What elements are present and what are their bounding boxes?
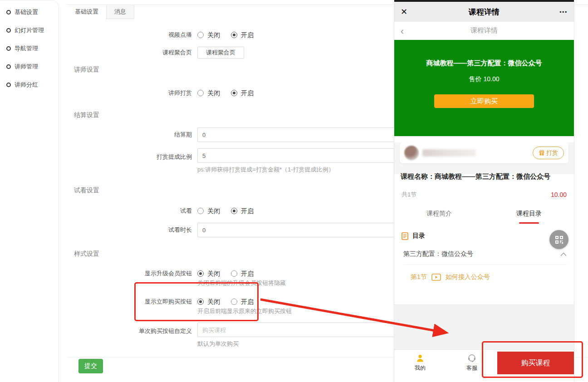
field-label: 讲师打赏 <box>67 88 197 98</box>
radio-on[interactable] <box>231 32 237 38</box>
radio-on[interactable] <box>231 270 237 277</box>
bottom-tab-bar: 我的 客服 购买课程 <box>394 349 574 382</box>
field-label: 试看时长 <box>67 225 197 235</box>
content-gap <box>394 304 574 356</box>
wechat-navbar: ✕ 课程详情 ••• <box>394 2 574 22</box>
field-label: 视频点播 <box>67 30 197 39</box>
sidebar-item-navigation-management[interactable]: 导航管理 <box>0 39 59 58</box>
field-label: 结算期 <box>67 130 197 139</box>
radio-off[interactable] <box>197 32 204 38</box>
chapter-title: 第三方配置：微信公众号 <box>403 250 560 258</box>
radio-off[interactable] <box>197 299 204 305</box>
buy-now-button[interactable]: 立即购买 <box>434 94 534 108</box>
sidebar-item-basic-settings[interactable]: 基础设置 <box>0 3 59 21</box>
sidebar-item-label: 导航管理 <box>15 44 38 53</box>
sidebar-item-label: 幻灯片管理 <box>15 26 44 34</box>
chevron-up-icon <box>560 252 567 256</box>
document-icon <box>402 232 408 240</box>
field-label: 课程聚合页 <box>67 48 197 57</box>
field-label: 单次购买按钮自定义 <box>67 327 197 336</box>
tabbar-item-label: 客服 <box>466 364 477 372</box>
more-icon[interactable]: ••• <box>540 9 568 15</box>
radio-on[interactable] <box>231 299 237 305</box>
headset-icon <box>467 354 476 363</box>
submit-button[interactable]: 提交 <box>78 359 103 373</box>
reward-button[interactable]: 打赏 <box>533 147 564 159</box>
circle-bullet-icon <box>6 64 11 69</box>
field-label: 显示升级会员按钮 <box>67 269 197 278</box>
field-label: 打赏提成比例 <box>67 152 197 162</box>
lesson-count: 共1节 <box>402 191 416 199</box>
aggregate-page-button[interactable]: 课程聚合页 <box>197 47 244 59</box>
course-price: 10.00 <box>551 191 567 198</box>
sidebar-item-label: 讲师分红 <box>15 81 38 89</box>
circle-bullet-icon <box>6 28 11 33</box>
sub-page-title: 课程详情 <box>428 26 540 35</box>
tabbar-item-mine[interactable]: 我的 <box>394 350 446 382</box>
course-name: 课程名称：商城教程——第三方配置：微信公众号 <box>401 172 568 181</box>
course-tabs: 课程简介 课程目录 <box>394 210 574 224</box>
field-label: 试看 <box>67 206 197 215</box>
lesson-row[interactable]: 第1节 如何接入公众号 <box>411 273 574 281</box>
author-card: 打赏 <box>400 142 568 163</box>
active-tab-underline <box>519 222 539 224</box>
radio-off-label[interactable]: 关闭 <box>207 297 220 306</box>
sidebar-item-lecturer-dividend[interactable]: 讲师分红 <box>0 76 59 94</box>
radio-on-label[interactable]: 开启 <box>241 269 254 278</box>
blurred-username <box>422 149 476 157</box>
radio-on-label[interactable]: 开启 <box>241 206 254 215</box>
tab-messages[interactable]: 消息 <box>106 5 134 19</box>
field-label: 显示立即购买按钮 <box>67 297 197 306</box>
qr-code-icon <box>555 235 564 244</box>
course-meta-row: 共1节 10.00 <box>402 191 567 199</box>
radio-on-label[interactable]: 开启 <box>241 88 254 98</box>
banner-price: 售价 10.00 <box>394 75 574 83</box>
radio-off-label[interactable]: 关闭 <box>207 206 220 215</box>
tab-course-catalog-label: 课程目录 <box>516 210 542 217</box>
radio-off[interactable] <box>197 270 204 277</box>
tab-basic-settings[interactable]: 基础设置 <box>67 5 106 19</box>
sidebar-item-label: 基础设置 <box>15 8 38 16</box>
radio-on-label[interactable]: 开启 <box>241 30 254 39</box>
banner-course-title: 商城教程——第三方配置：微信公众号 <box>394 59 574 68</box>
buy-course-button[interactable]: 购买课程 <box>497 352 574 374</box>
chapter-row[interactable]: 第三方配置：微信公众号 <box>403 250 567 265</box>
circle-bullet-icon <box>6 10 11 15</box>
avatar <box>404 146 419 160</box>
close-icon[interactable]: ✕ <box>401 7 428 17</box>
video-play-icon <box>431 274 441 281</box>
radio-on[interactable] <box>231 90 237 96</box>
circle-bullet-icon <box>6 46 11 51</box>
reward-button-label: 打赏 <box>546 149 558 157</box>
radio-on-label[interactable]: 开启 <box>241 297 254 306</box>
person-icon <box>416 354 425 363</box>
tab-course-catalog[interactable]: 课程目录 <box>484 210 574 224</box>
qr-code-button[interactable] <box>549 230 568 249</box>
radio-off[interactable] <box>197 90 204 96</box>
page: 基础设置 幻灯片管理 导航管理 讲师管理 讲师分红 基础设置 消息 视频点播 <box>0 0 588 382</box>
tabbar-item-label: 我的 <box>415 364 426 372</box>
radio-off-label[interactable]: 关闭 <box>207 88 220 98</box>
lesson-number: 第1节 <box>411 273 427 281</box>
lesson-title: 如何接入公众号 <box>446 273 490 281</box>
sidebar-item-label: 讲师管理 <box>15 63 38 71</box>
catalog-header: 目录 <box>412 232 425 240</box>
radio-off-label[interactable]: 关闭 <box>207 269 220 278</box>
radio-off-label[interactable]: 关闭 <box>207 30 220 39</box>
sidebar: 基础设置 幻灯片管理 导航管理 讲师管理 讲师分红 <box>0 0 59 382</box>
circle-bullet-icon <box>6 83 11 87</box>
sub-navbar: ‹ 课程详情 <box>394 22 574 40</box>
tab-course-intro[interactable]: 课程简介 <box>394 210 484 224</box>
page-title: 课程详情 <box>428 7 540 17</box>
sidebar-item-lecturer-management[interactable]: 讲师管理 <box>0 58 59 76</box>
catalog-header-row: 目录 <box>402 232 574 240</box>
back-chevron-icon[interactable]: ‹ <box>401 27 428 35</box>
phone-preview: ✕ 课程详情 ••• ‹ 课程详情 商城教程——第三方配置：微信公众号 售价 1… <box>394 0 574 382</box>
course-banner: 商城教程——第三方配置：微信公众号 售价 10.00 立即购买 <box>394 40 574 136</box>
course-detail-section: 打赏 课程名称：商城教程——第三方配置：微信公众号 共1节 10.00 课程简介… <box>394 142 574 382</box>
gift-icon <box>539 150 545 156</box>
sidebar-item-slideshow-management[interactable]: 幻灯片管理 <box>0 21 59 39</box>
tabbar-item-service[interactable]: 客服 <box>446 350 498 382</box>
radio-on[interactable] <box>231 208 237 214</box>
radio-off[interactable] <box>197 208 204 214</box>
